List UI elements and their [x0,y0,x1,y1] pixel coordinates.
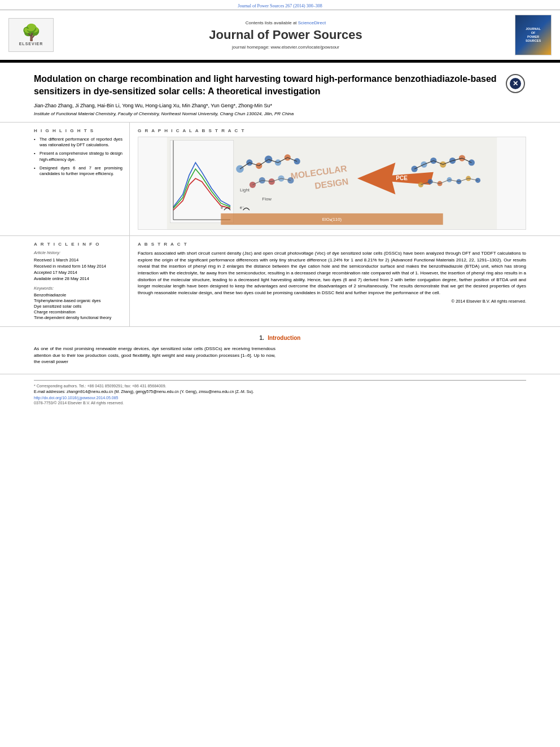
date-entry: Accepted 17 May 2014 [34,270,123,275]
article-info-left: A R T I C L E I N F O Article history: R… [0,236,130,326]
date-entry: Received in revised form 16 May 2014 [34,264,123,269]
keyword-item: Benzothiadiazole [34,292,123,298]
highlights-label: H I G H L I G H T S [34,128,123,133]
svg-text:ElO₂(110): ElO₂(110) [322,217,342,222]
svg-point-30 [412,166,418,172]
keywords-label: Keywords: [34,286,123,291]
introduction-section: 1. Introduction As one of the most promi… [0,327,560,371]
doi-text: http://dx.doi.org/10.1016/j.jpowsour.201… [34,396,118,400]
svg-text:e⁻: e⁻ [240,206,244,209]
highlights-col: H I G H L I G H T S The different perfor… [0,123,130,235]
svg-text:PCE: PCE [396,176,408,182]
abstract-text: Factors associated with short circuit cu… [138,250,526,296]
sciencedirect-link[interactable]: ScienceDirect [298,20,326,25]
section-number: 1. [260,335,264,341]
footer-divider [34,380,526,381]
issn-line: 0378-7753/© 2014 Elsevier B.V. All right… [34,401,526,405]
journal-header: 🌳 ELSEVIER Contents lists available at S… [0,10,560,61]
elsevier-label: ELSEVIER [19,42,43,46]
section-title: Introduction [268,335,300,341]
list-item: Designed dyes 6 and 7 are promising cand… [34,165,123,177]
svg-point-10 [294,158,300,164]
intro-columns: As one of the most promising renewable e… [34,346,526,365]
cover-text: JOURNALOFPOWERSOURCES [526,27,541,43]
date-entry: Available online 28 May 2014 [34,276,123,281]
elsevier-tree-icon: 🌳 [21,25,41,41]
journal-cover-area: JOURNALOFPOWERSOURCES [515,15,554,55]
journal-homepage: journal homepage: www.elsevier.com/locat… [232,45,339,50]
copyright-line: © 2014 Elsevier B.V. All rights reserved… [138,299,526,304]
crossmark-circle: ✕ [506,74,525,93]
authors-line: Jian-Zhao Zhang, Ji Zhang, Hai-Bin Li, Y… [34,103,526,108]
article-info-label: A R T I C L E I N F O [34,242,123,247]
svg-point-4 [236,165,243,173]
crossmark-inner: ✕ [510,78,521,89]
footer-section: * Corresponding authors. Tel.: +86 0431 … [0,374,560,409]
svg-text:Light: Light [240,187,250,193]
paper-title: Modulation on charge recombination and l… [34,73,526,97]
svg-point-49 [475,178,480,183]
keyword-item: Triphenylamine-based organic dyes [34,298,123,303]
list-item: The different performance of reported dy… [34,137,123,148]
keyword-item: Dye sensitized solar cells [34,304,123,309]
history-label: Article history: [34,250,123,255]
intro-text-col1: As one of the most promising renewable e… [34,346,275,364]
corresponding-note: * Corresponding authors. Tel.: +86 0431 … [34,384,526,388]
paper-title-section: ✕ Modulation on charge recombination and… [0,63,560,123]
crossmark-badge[interactable]: ✕ [506,74,526,94]
svg-point-43 [418,182,423,187]
doi-link[interactable]: http://dx.doi.org/10.1016/j.jpowsour.201… [34,396,526,400]
elsevier-logo-area: 🌳 ELSEVIER [6,15,56,55]
keyword-item: Time-dependent density functional theory [34,315,123,320]
highlights-list: The different performance of reported dy… [34,137,123,177]
page: Journal of Power Sources 267 (2014) 300–… [0,0,560,747]
sciencedirect-line: Contents lists available at ScienceDirec… [246,20,326,25]
article-info-section: A R T I C L E I N F O Article history: R… [0,236,560,327]
graphical-abstract-label: G R A P H I C A L A B S T R A C T [138,128,526,133]
highlights-graphical-section: H I G H L I G H T S The different perfor… [0,123,560,236]
intro-col-right [285,346,526,365]
graphical-abstract-svg: MOLECULAR DESIGN PCE [138,137,526,229]
svg-point-33 [440,161,446,168]
journal-title: Journal of Power Sources [209,28,362,42]
abstract-col: A B S T R A C T Factors associated with … [130,236,560,326]
contents-text: Contents lists available at [246,20,298,25]
affiliation-line: Institute of Functional Material Chemist… [34,111,526,116]
journal-citation: Journal of Power Sources 267 (2014) 300–… [238,3,322,8]
abstract-label: A B S T R A C T [138,242,526,247]
graphical-abstract-col: G R A P H I C A L A B S T R A C T [130,123,560,235]
graphical-abstract-image: MOLECULAR DESIGN PCE [138,137,526,230]
journal-bar: Journal of Power Sources 267 (2014) 300–… [0,0,560,10]
email-addresses: E-mail addresses: zhangm914@nenu.edu.cn … [34,390,526,394]
keyword-item: Charge recombination [34,309,123,314]
elsevier-logo-box: 🌳 ELSEVIER [8,18,54,52]
svg-text:Flow: Flow [262,197,272,202]
date-entry: Received 1 March 2014 [34,257,123,263]
svg-text:e⁻: e⁻ [221,206,225,209]
journal-cover-image: JOURNALOFPOWERSOURCES [515,15,552,55]
intro-col-left: As one of the most promising renewable e… [34,346,275,365]
list-item: Present a comprehensive strategy to desi… [34,151,123,162]
crossmark-icon: ✕ [513,80,518,88]
journal-title-area: Contents lists available at ScienceDirec… [62,15,509,55]
